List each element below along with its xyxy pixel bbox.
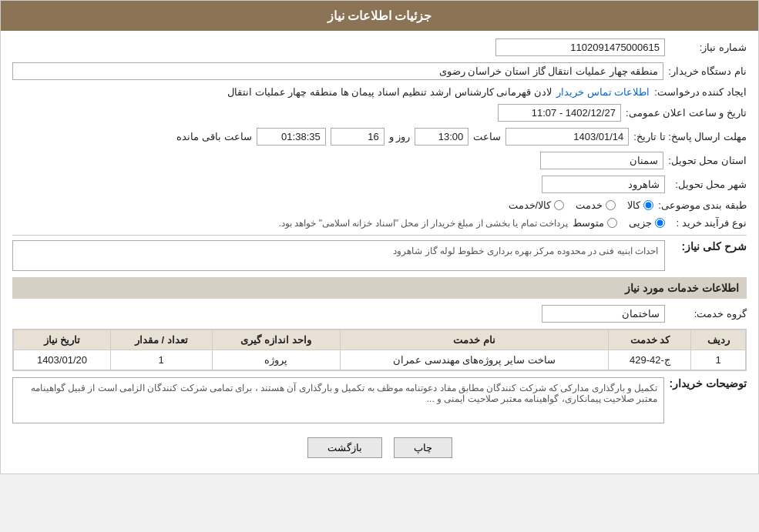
services-table-section: ردیف کد خدمت نام خدمت واحد اندازه گیری ت… (12, 329, 747, 371)
process-radio-group: متوسط جزیی (573, 217, 665, 229)
category-khedmat-item: خدمت (576, 199, 616, 211)
need-number-row: شماره نیاز: 1102091475000615 (12, 38, 747, 56)
col-header-unit: واحد اندازه گیری (212, 330, 340, 350)
reply-days-label: روز و (389, 131, 411, 142)
category-row: طبقه بندی موضوعی: کالا/خدمت خدمت کالا (12, 199, 747, 211)
general-need-label: شرح کلی نیاز: (670, 240, 747, 253)
table-header-row: ردیف کد خدمت نام خدمت واحد اندازه گیری ت… (14, 330, 746, 350)
reply-time-value: 13:00 (415, 128, 468, 146)
services-table: ردیف کد خدمت نام خدمت واحد اندازه گیری ت… (13, 330, 746, 370)
category-kala-khedmat-label: کالا/خدمت (509, 199, 552, 211)
buyer-notes-value: تکمیل و بارگذاری مدارکی که شرکت کنندگان … (12, 377, 664, 423)
delivery-city-row: شهر محل تحویل: شاهرود (12, 176, 747, 193)
process-jozi-item: جزیی (629, 217, 665, 229)
category-kala-khedmat-radio[interactable] (554, 200, 564, 210)
reply-remaining-label: ساعت باقی مانده (176, 131, 251, 142)
buyer-notes-row: توضیحات خریدار: تکمیل و بارگذاری مدارکی … (12, 377, 747, 423)
service-group-label: گروه خدمت: (670, 308, 747, 320)
announcement-date-label: تاریخ و ساعت اعلان عمومی: (626, 107, 747, 119)
category-radio-group: کالا/خدمت خدمت کالا (509, 199, 654, 211)
category-kala-label: کالا (627, 199, 640, 211)
process-note: پرداخت تمام یا بخشی از مبلغ خریدار از مح… (12, 218, 568, 229)
category-khedmat-label: خدمت (576, 199, 603, 211)
category-kala-item: کالا (627, 199, 653, 211)
process-motavaset-item: متوسط (573, 217, 617, 229)
process-label: نوع فرآیند خرید : (670, 217, 747, 229)
requester-label: ایجاد کننده درخواست: (654, 86, 747, 98)
col-header-count: تعداد / مقدار (110, 330, 212, 350)
general-need-row: شرح کلی نیاز: احداث ابنیه فنی در محدوده … (12, 240, 747, 271)
process-motavaset-label: متوسط (573, 217, 604, 229)
page-wrapper: جزئیات اطلاعات نیاز شماره نیاز: 11020914… (0, 0, 759, 474)
reply-deadline-label: مهلت ارسال پاسخ: تا تاریخ: (633, 131, 747, 142)
requester-row: ایجاد کننده درخواست: اطلاعات تماس خریدار… (12, 86, 747, 98)
reply-days-value: 16 (331, 128, 385, 146)
process-row: نوع فرآیند خرید : متوسط جزیی پرداخت تمام… (12, 217, 747, 229)
table-cell-code: ج-42-429 (609, 350, 691, 370)
table-cell-count: 1 (110, 350, 212, 370)
process-motavaset-radio[interactable] (607, 218, 617, 228)
process-jozi-label: جزیی (629, 217, 652, 229)
category-label: طبقه بندی موضوعی: (658, 199, 747, 211)
reply-deadline-row: مهلت ارسال پاسخ: تا تاریخ: 1403/01/14 سا… (12, 128, 747, 146)
delivery-province-row: استان محل تحویل: سمنان (12, 152, 747, 169)
buyer-org-label: نام دستگاه خریدار: (668, 65, 747, 77)
process-jozi-radio[interactable] (655, 218, 665, 228)
delivery-city-value: شاهرود (542, 176, 665, 193)
buyer-org-row: نام دستگاه خریدار: منطقه چهار عملیات انت… (12, 62, 747, 80)
col-header-name: نام خدمت (340, 330, 609, 350)
service-group-value: ساختمان (542, 305, 665, 323)
print-button[interactable]: چاپ (394, 437, 452, 458)
service-group-row: گروه خدمت: ساختمان (12, 305, 747, 323)
table-cell-date: 1403/01/20 (14, 350, 111, 370)
buyer-org-value: منطقه چهار عملیات انتقال گاز استان خراسا… (12, 62, 663, 80)
col-header-row: ردیف (691, 330, 746, 350)
back-button[interactable]: بازگشت (307, 437, 382, 458)
table-cell-name: ساخت سایر پروژه‌های مهندسی عمران (340, 350, 609, 370)
need-number-label: شماره نیاز: (670, 42, 747, 53)
announcement-date-row: تاریخ و ساعت اعلان عمومی: 1402/12/27 - 1… (12, 104, 747, 122)
table-cell-row: 1 (691, 350, 746, 370)
col-header-code: کد خدمت (609, 330, 691, 350)
need-number-value: 1102091475000615 (495, 38, 665, 56)
delivery-province-value: سمنان (540, 152, 663, 169)
general-need-value: احداث ابنیه فنی در محدوده مرکز بهره بردا… (12, 240, 665, 271)
divider-1 (12, 235, 747, 236)
button-row: چاپ بازگشت (12, 430, 747, 466)
delivery-province-label: استان محل تحویل: (668, 155, 747, 166)
category-kala-radio[interactable] (643, 200, 653, 210)
table-row: 1ج-42-429ساخت سایر پروژه‌های مهندسی عمرا… (14, 350, 746, 370)
services-info-header: اطلاعات خدمات مورد نیاز (12, 277, 747, 299)
content-area: شماره نیاز: 1102091475000615 نام دستگاه … (1, 31, 758, 473)
category-khedmat-radio[interactable] (606, 200, 616, 210)
reply-date-value: 1403/01/14 (505, 128, 629, 146)
requester-value: لادن قهرمانی کارشناس ارشد تنظیم اسناد پی… (12, 86, 552, 98)
requester-contact-link[interactable]: اطلاعات تماس خریدار (556, 86, 650, 98)
reply-remaining-value: 01:38:35 (257, 128, 326, 146)
page-title: جزئیات اطلاعات نیاز (327, 9, 432, 22)
category-kala-khedmat-item: کالا/خدمت (509, 199, 565, 211)
announcement-date-value: 1402/12/27 - 11:07 (498, 104, 621, 122)
buyer-notes-label: توضیحات خریدار: (669, 377, 747, 390)
table-cell-unit: پروژه (212, 350, 340, 370)
page-header: جزئیات اطلاعات نیاز (1, 1, 758, 31)
col-header-date: تاریخ نیاز (14, 330, 111, 350)
reply-time-label: ساعت (473, 131, 501, 142)
delivery-city-label: شهر محل تحویل: (670, 179, 747, 190)
